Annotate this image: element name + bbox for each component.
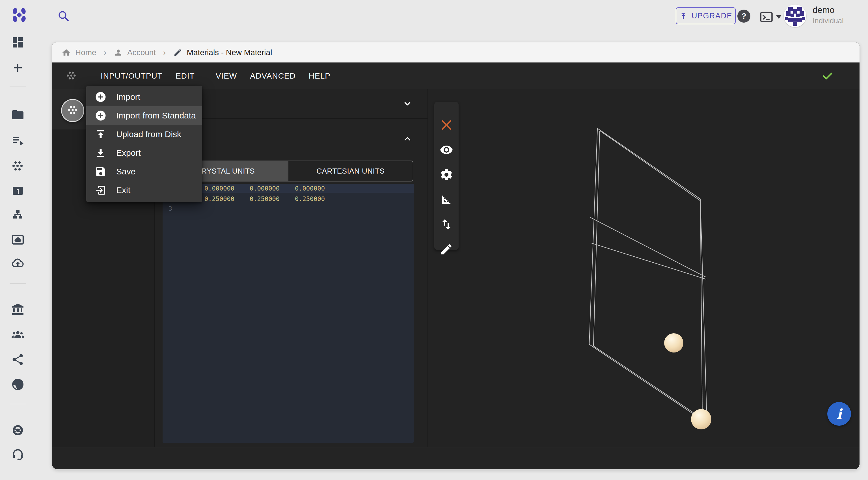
save-icon [95,166,106,178]
menu-item-import[interactable]: Import [86,88,202,106]
atom-sphere [691,409,711,429]
upgrade-button[interactable]: UPGRADE [676,7,736,24]
breadcrumb-account[interactable]: Account [114,48,156,57]
sidebar-divider [10,87,26,87]
set-square-icon[interactable] [440,193,453,206]
breadcrumb: Home › Account › Materials - New Materia… [52,42,860,62]
coordinate-value: 0.000000 [205,185,250,192]
line-number: 3 [162,205,175,212]
three-d-viewer[interactable]: i [429,89,860,447]
breadcrumb-label: Account [127,48,156,57]
menu-item-import-from-standata[interactable]: Import from Standata [86,106,202,125]
settings-gear-icon[interactable] [440,168,453,182]
globe-icon[interactable] [11,378,25,391]
input-output-menu: Import Import from Standata Upload from … [86,86,202,202]
folder-icon[interactable] [11,108,25,122]
home-icon [62,48,71,57]
menu-help[interactable]: HELP [309,66,331,86]
chevron-down-icon [776,15,781,19]
console-terminal-icon [760,11,774,23]
support-icon[interactable] [11,448,25,461]
user-name[interactable]: demo [813,5,835,15]
upgrade-arrow-icon [679,11,688,20]
download-icon [95,147,106,159]
chevron-up-icon[interactable] [403,134,412,143]
menu-item-export[interactable]: Export [86,143,202,162]
menu-item-upload-from-disk[interactable]: Upload from Disk [86,125,202,143]
breadcrumb-home[interactable]: Home [62,48,96,57]
upgrade-label: UPGRADE [691,11,732,20]
page-title: Materials - New Material [187,48,272,57]
eye-icon[interactable] [440,143,453,157]
coordinate-value: 0.250000 [250,195,295,202]
coordinate-value: 0.000000 [295,185,340,192]
upload-icon [95,128,106,140]
coordinate-value: 0.250000 [295,195,340,202]
breadcrumb-separator: › [163,48,166,57]
add-circle-icon [95,110,106,122]
breadcrumb-label: Home [75,48,96,57]
molecule-icon[interactable] [11,159,25,173]
menu-item-label: Import [116,92,140,102]
basis-code-editor[interactable]: 0.000000 0.000000 0.000000 0.250000 0.25… [162,184,414,443]
material-item-button[interactable] [61,99,84,122]
user-plan: Individual [813,17,844,25]
breadcrumb-current: Materials - New Material [173,48,272,57]
exit-icon [95,184,106,196]
menu-item-label: Upload from Disk [116,129,181,139]
designer-footer [52,447,860,469]
avatar[interactable] [784,4,806,27]
one-box-icon[interactable] [11,184,25,198]
coordinate-value: 0.250000 [205,195,250,202]
close-icon[interactable] [440,118,453,132]
sidebar-rail [0,31,37,480]
menu-edit[interactable]: EDIT [176,66,195,86]
menu-item-label: Save [116,167,135,177]
chevron-down-icon[interactable] [403,99,412,108]
viewer-toolbar [434,102,459,250]
add-icon[interactable] [11,61,25,75]
menu-input-output[interactable]: INPUT/OUTPUT [101,66,162,86]
swap-vert-icon[interactable] [440,218,453,231]
mat3ra-logo[interactable] [12,7,27,23]
info-button[interactable]: i [827,402,851,426]
add-circle-icon [95,91,106,103]
check-icon [821,69,834,82]
dashboard-icon[interactable] [11,36,25,49]
menu-view[interactable]: VIEW [216,66,237,86]
console-dropdown-button[interactable] [760,11,781,23]
menu-item-exit[interactable]: Exit [86,181,202,199]
top-app-bar: UPGRADE ? demo Individual [0,0,868,42]
menu-item-label: Import from Standata [116,111,196,121]
identicon-image [784,4,806,27]
pencil-icon[interactable] [440,243,453,256]
breadcrumb-separator: › [104,48,106,57]
team-icon[interactable] [11,328,25,342]
media-icon[interactable] [11,233,25,247]
cloud-upload-icon[interactable] [11,257,25,270]
editor-row[interactable]: 3 [162,203,414,213]
helm-icon[interactable] [11,423,25,437]
molecule-dots-icon [66,104,79,117]
edit-pencil-icon [173,48,182,57]
molecule-dots-icon [65,70,78,82]
account-icon [114,48,123,57]
atom-sphere [664,333,683,353]
menu-item-label: Export [116,148,141,158]
info-label: i [837,406,842,422]
bank-icon[interactable] [11,302,25,316]
menu-item-label: Exit [116,186,130,195]
crystal-wireframe-scene [429,89,860,447]
sidebar-divider [10,404,26,404]
hierarchy-icon[interactable] [11,209,25,222]
designer-menubar: INPUT/OUTPUT EDIT VIEW ADVANCED HELP [52,62,860,89]
share-icon[interactable] [11,353,25,366]
search-icon[interactable] [57,9,70,23]
menu-item-save[interactable]: Save [86,162,202,181]
menu-advanced[interactable]: ADVANCED [250,66,296,86]
help-button[interactable]: ? [737,10,750,23]
coordinate-value: 0.000000 [250,185,295,192]
tab-cartesian-units[interactable]: CARTESIAN UNITS [288,161,413,181]
sidebar-divider [10,283,26,284]
playlist-run-icon[interactable] [11,134,25,147]
